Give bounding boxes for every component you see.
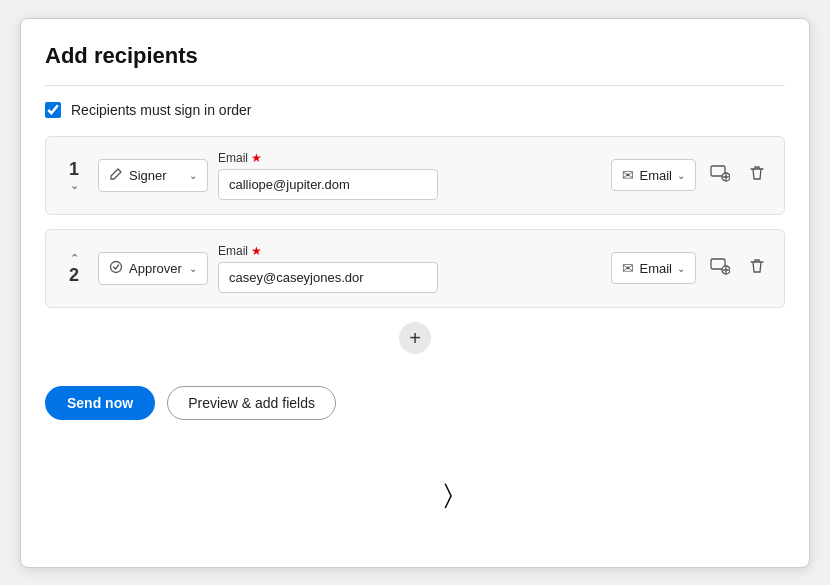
sign-order-label: Recipients must sign in order <box>71 102 252 118</box>
trash-btn-1[interactable] <box>744 160 770 190</box>
chevron-up-btn-2[interactable]: ⌃ <box>70 253 79 264</box>
trash-btn-2[interactable] <box>744 253 770 283</box>
delivery-label-1: Email <box>639 168 672 183</box>
role-label-1: Signer <box>129 168 167 183</box>
role-chevron-2: ⌄ <box>189 263 197 274</box>
approver-icon <box>109 260 123 277</box>
delivery-btn-1[interactable]: ✉ Email ⌄ <box>611 159 696 191</box>
recipient-number-2: 2 <box>69 266 79 284</box>
main-window: Add recipients Recipients must sign in o… <box>20 18 810 568</box>
recipient-card-1: 1 ⌄ Signer ⌄ Email ★ <box>45 136 785 215</box>
delivery-chevron-1: ⌄ <box>677 170 685 181</box>
role-chevron-1: ⌄ <box>189 170 197 181</box>
email-label-1: Email ★ <box>218 151 438 165</box>
send-now-button[interactable]: Send now <box>45 386 155 420</box>
add-icon: + <box>409 328 421 348</box>
add-field-btn-1[interactable] <box>706 159 734 191</box>
add-field-btn-2[interactable] <box>706 252 734 284</box>
title-divider <box>45 85 785 86</box>
chevron-down-btn-1[interactable]: ⌄ <box>70 180 79 191</box>
page-title: Add recipients <box>45 43 785 69</box>
bottom-bar: Send now Preview & add fields <box>45 372 785 420</box>
recipient-number-col-2: ⌃ 2 <box>60 253 88 284</box>
add-recipient-btn[interactable]: + <box>399 322 431 354</box>
email-label-2: Email ★ <box>218 244 438 258</box>
delivery-btn-2[interactable]: ✉ Email ⌄ <box>611 252 696 284</box>
recipient-card-2: ⌃ 2 Approver ⌄ Email ★ <box>45 229 785 308</box>
required-star-2: ★ <box>251 244 262 258</box>
signer-icon <box>109 167 123 184</box>
email-field-col-2: Email ★ <box>218 244 438 293</box>
recipient-number-1: 1 <box>69 160 79 178</box>
svg-point-2 <box>111 261 122 272</box>
email-input-2[interactable] <box>218 262 438 293</box>
recipient-row-1: 1 ⌄ Signer ⌄ Email ★ <box>60 151 770 200</box>
required-star-1: ★ <box>251 151 262 165</box>
role-label-2: Approver <box>129 261 182 276</box>
mail-icon-1: ✉ <box>622 167 634 183</box>
mail-icon-2: ✉ <box>622 260 634 276</box>
recipient-number-col-1: 1 ⌄ <box>60 160 88 191</box>
preview-add-fields-button[interactable]: Preview & add fields <box>167 386 336 420</box>
sign-order-checkbox[interactable] <box>45 102 61 118</box>
email-field-col-1: Email ★ <box>218 151 438 200</box>
cursor-pointer: 〉 <box>444 479 453 510</box>
recipient-row-2: ⌃ 2 Approver ⌄ Email ★ <box>60 244 770 293</box>
role-select-btn-2[interactable]: Approver ⌄ <box>98 252 208 285</box>
delivery-chevron-2: ⌄ <box>677 263 685 274</box>
sign-order-row: Recipients must sign in order <box>45 102 785 118</box>
email-input-1[interactable] <box>218 169 438 200</box>
role-select-btn-1[interactable]: Signer ⌄ <box>98 159 208 192</box>
delivery-label-2: Email <box>639 261 672 276</box>
add-recipient-row: + Recipients Myself <box>45 322 785 354</box>
